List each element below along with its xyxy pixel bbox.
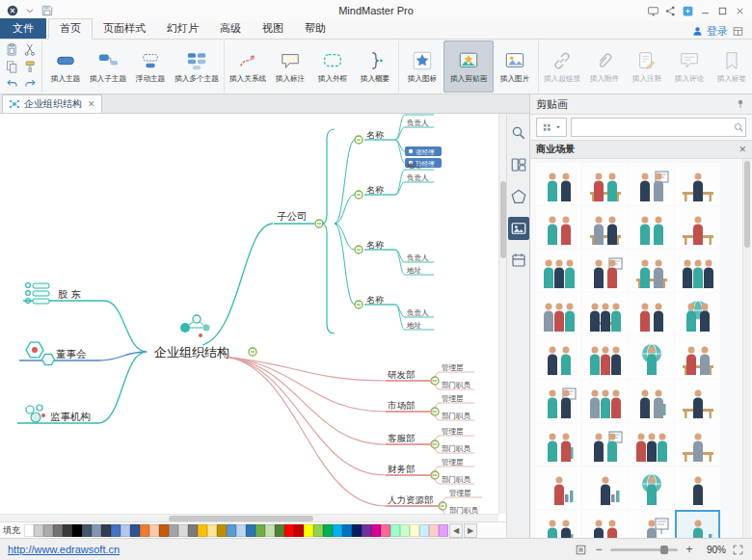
clipart-item[interactable] <box>675 467 720 509</box>
floating-topic-button[interactable]: 浮动主题 <box>129 40 172 93</box>
insert-clipart-button[interactable]: 插入剪贴画 <box>443 40 494 93</box>
dropdown-arrow-icon[interactable] <box>21 3 39 18</box>
insert-relationship-button[interactable]: 插入关系线 <box>227 40 269 93</box>
clipart-item[interactable] <box>582 206 628 249</box>
tab-高级[interactable]: 高级 <box>209 19 252 39</box>
tab-file[interactable]: 文件 <box>0 18 46 39</box>
clipart-item[interactable] <box>536 163 581 205</box>
tab-首页[interactable]: 首页 <box>48 18 93 40</box>
color-swatch[interactable] <box>217 524 227 537</box>
color-swatch[interactable] <box>342 524 352 537</box>
color-swatch[interactable] <box>130 524 140 537</box>
clipart-item[interactable] <box>629 293 674 335</box>
insert-tag-button[interactable]: 插入标签 <box>711 40 752 93</box>
insert-hyperlink-button[interactable]: 插入超链接 <box>541 40 583 93</box>
canvas-horizontal-scrollbar[interactable] <box>0 514 498 521</box>
clipart-item[interactable] <box>582 467 628 509</box>
palette-left-arrow[interactable]: ◀ <box>449 523 463 538</box>
clipart-item[interactable] <box>675 293 720 335</box>
clipart-item[interactable] <box>582 380 628 422</box>
insert-attachment-button[interactable]: 插入附件 <box>583 40 626 93</box>
color-swatch[interactable] <box>313 524 323 537</box>
clipart-item[interactable] <box>675 380 720 422</box>
monitor-icon[interactable] <box>644 3 661 18</box>
clipart-item[interactable] <box>675 250 720 292</box>
color-swatch[interactable] <box>429 524 439 537</box>
color-swatch[interactable] <box>255 524 265 537</box>
clipart-item[interactable] <box>536 467 581 509</box>
close-button[interactable] <box>731 3 748 18</box>
login-button[interactable]: 登录 <box>691 24 728 39</box>
scrollbar-thumb[interactable] <box>744 161 750 248</box>
color-swatch[interactable] <box>159 524 169 537</box>
minimize-button[interactable] <box>696 3 713 18</box>
color-swatch[interactable] <box>284 524 294 537</box>
clipart-search-input[interactable] <box>572 120 733 134</box>
color-swatch[interactable] <box>198 524 207 537</box>
redo-button[interactable] <box>21 77 40 92</box>
app-logo-icon[interactable] <box>4 3 21 18</box>
color-swatch[interactable] <box>34 524 43 537</box>
clipart-item[interactable] <box>536 380 581 422</box>
color-swatch[interactable] <box>352 524 362 537</box>
library-search-button[interactable] <box>508 121 529 145</box>
tab-幻灯片[interactable]: 幻灯片 <box>156 19 209 39</box>
clipart-item[interactable] <box>582 336 628 379</box>
color-swatch[interactable] <box>304 524 313 537</box>
library-theme-button[interactable] <box>508 185 529 208</box>
zoom-slider-thumb[interactable] <box>660 546 668 554</box>
cut-button[interactable] <box>21 42 40 57</box>
insert-boundary-button[interactable]: 插入外框 <box>311 40 354 93</box>
clipart-item[interactable] <box>675 163 720 205</box>
clipart-item[interactable] <box>675 206 720 249</box>
clipart-item[interactable] <box>629 467 674 509</box>
color-swatch[interactable] <box>439 524 448 537</box>
clipart-item[interactable] <box>629 206 674 249</box>
color-swatch[interactable] <box>390 524 400 537</box>
color-swatch[interactable] <box>207 524 217 537</box>
close-doc-icon[interactable]: ✕ <box>88 99 95 109</box>
insert-callout-button[interactable]: 插入标注 <box>269 40 311 93</box>
color-swatch[interactable] <box>227 524 236 537</box>
color-swatch[interactable] <box>121 524 130 537</box>
pin-icon[interactable] <box>735 98 746 110</box>
clipart-item[interactable] <box>582 423 628 466</box>
color-swatch[interactable] <box>275 524 284 537</box>
zoom-slider[interactable] <box>610 548 678 551</box>
color-swatch[interactable] <box>72 524 82 537</box>
paste-button[interactable] <box>3 42 21 57</box>
color-swatch[interactable] <box>24 524 34 537</box>
copy-button[interactable] <box>3 60 21 74</box>
insert-note-button[interactable]: 插入注释 <box>626 40 668 93</box>
color-swatch[interactable] <box>294 524 304 537</box>
insert-summary-button[interactable]: 插入概要 <box>354 40 396 93</box>
color-swatch[interactable] <box>188 524 198 537</box>
library-outline-button[interactable] <box>508 153 529 176</box>
color-swatch[interactable] <box>82 524 92 537</box>
color-swatch[interactable] <box>410 524 419 537</box>
save-icon[interactable] <box>39 3 56 18</box>
clipart-item[interactable] <box>582 293 628 335</box>
mindmap-canvas[interactable]: 企业组织结构股 东董事会监事机构子公司名称地址负责人张经理孙经理名称地址负责人名… <box>0 114 506 521</box>
fit-page-icon[interactable] <box>575 544 587 556</box>
clipart-item[interactable] <box>536 206 581 249</box>
window-layout-icon[interactable] <box>732 25 744 38</box>
document-tab[interactable]: 企业组织结构 ✕ <box>2 94 102 113</box>
library-clipart-button[interactable] <box>508 217 529 240</box>
maximize-button[interactable] <box>713 3 731 18</box>
color-swatch[interactable] <box>53 524 63 537</box>
insert-icon-button[interactable]: 插入图标 <box>401 40 443 93</box>
color-swatch[interactable] <box>43 524 53 537</box>
color-swatch[interactable] <box>265 524 275 537</box>
color-swatch[interactable] <box>400 524 410 537</box>
clipart-item[interactable] <box>536 510 581 538</box>
canvas-vertical-scrollbar[interactable] <box>498 114 506 514</box>
share-icon[interactable] <box>661 3 679 18</box>
clipart-item[interactable] <box>675 423 720 466</box>
clipart-item[interactable] <box>629 510 674 538</box>
color-swatch[interactable] <box>101 524 111 537</box>
color-swatch[interactable] <box>149 524 159 537</box>
insert-picture-button[interactable]: 插入图片 <box>494 40 536 93</box>
color-swatch[interactable] <box>419 524 429 537</box>
color-swatch[interactable] <box>169 524 178 537</box>
